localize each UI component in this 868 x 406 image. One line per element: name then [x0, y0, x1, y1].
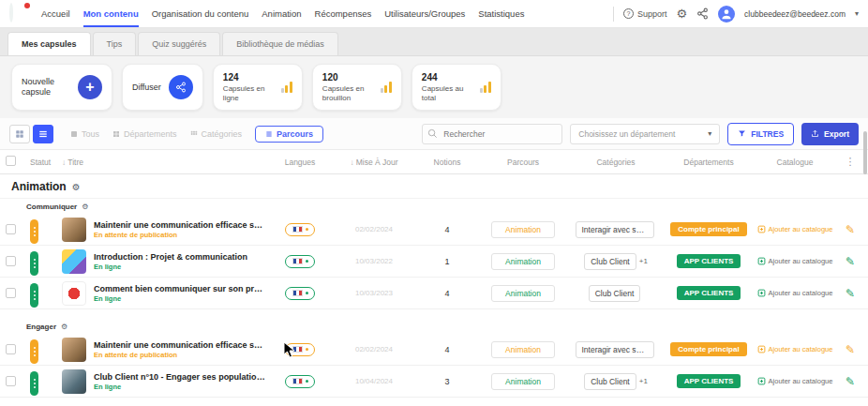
vertical-scrollbar[interactable]	[863, 131, 867, 174]
col-langues[interactable]: Langues	[266, 158, 334, 167]
filter-tab-parcours[interactable]: Parcours	[255, 126, 323, 143]
edit-pencil-icon[interactable]: ✎	[846, 287, 855, 300]
stat-card-draft[interactable]: 120 Capsules en brouillon	[312, 64, 402, 111]
col-catalogue[interactable]: Catalogue	[752, 158, 838, 167]
table-row[interactable]: Maintenir une communication efficace sur…	[0, 214, 868, 246]
table-row[interactable]: Maintenir une communication efficace sur…	[0, 334, 868, 366]
settings-gear-icon[interactable]: ⚙	[676, 8, 687, 20]
parcours-button[interactable]: Animation	[491, 285, 555, 302]
language-badge[interactable]	[285, 343, 315, 356]
table-row[interactable]: Introduction : Projet & communication En…	[0, 246, 868, 278]
capsule-title[interactable]: Introduction : Projet & communication	[94, 252, 247, 262]
row-checkbox[interactable]	[6, 224, 16, 234]
edit-pencil-icon[interactable]: ✎	[846, 255, 855, 268]
tab-mes-capsules[interactable]: Mes capsules	[7, 32, 91, 55]
tab-quiz-suggeres[interactable]: Quiz suggérés	[138, 32, 220, 55]
status-drag-handle[interactable]	[30, 251, 38, 276]
row-checkbox[interactable]	[6, 344, 16, 354]
department-badge[interactable]: APP CLIENTS	[677, 254, 741, 268]
language-badge[interactable]	[285, 375, 315, 388]
language-badge[interactable]	[285, 223, 315, 236]
department-select[interactable]: Choisissez un département ▾	[570, 124, 720, 144]
add-to-catalogue-link[interactable]: Ajouter au catalogue	[757, 257, 833, 265]
col-mise-a-jour[interactable]: ↓Mise À Jour	[334, 158, 414, 167]
row-checkbox[interactable]	[6, 288, 16, 298]
capsule-title[interactable]: Comment bien communiquer sur son projet …	[94, 284, 266, 293]
categories-select[interactable]: Interagir avec ses ap...	[576, 341, 654, 358]
export-button[interactable]: Export	[801, 123, 859, 145]
add-to-catalogue-link[interactable]: Ajouter au catalogue	[757, 289, 833, 297]
capsule-title[interactable]: Club Client n°10 - Engager ses populatio…	[94, 372, 266, 382]
department-badge[interactable]: Compte principal	[670, 222, 746, 236]
col-statut[interactable]: Statut	[30, 158, 62, 167]
categories-select[interactable]: Club Client	[584, 373, 636, 390]
nav-item-statistiques[interactable]: Statistiques	[478, 0, 524, 27]
nav-item-animation[interactable]: Animation	[262, 0, 301, 27]
account-caret-icon[interactable]: ▾	[855, 9, 859, 18]
categories-select[interactable]: Interagir avec ses ap...	[576, 221, 654, 238]
col-departements[interactable]: Départements	[666, 158, 752, 167]
filter-tab-departements[interactable]: Départements	[112, 129, 177, 139]
support-button[interactable]: ? Support	[623, 8, 667, 19]
status-drag-handle[interactable]	[30, 339, 38, 364]
nav-item-recompenses[interactable]: Récompenses	[315, 0, 372, 27]
filters-button[interactable]: FILTRES	[727, 123, 794, 145]
add-to-catalogue-link[interactable]: Ajouter au catalogue	[757, 377, 833, 385]
nav-item-accueil[interactable]: Accueil	[41, 0, 70, 27]
edit-pencil-icon[interactable]: ✎	[846, 343, 855, 356]
column-options-kebab[interactable]: ⋮	[838, 156, 862, 168]
capsule-title[interactable]: Maintenir une communication efficace sur…	[94, 340, 266, 350]
group-gear-icon[interactable]: ⚙	[82, 203, 88, 211]
language-badge[interactable]	[285, 255, 315, 268]
capsule-title[interactable]: Maintenir une communication efficace sur…	[94, 220, 266, 230]
categories-select[interactable]: Club Client	[584, 253, 636, 270]
grid-view-icon[interactable]	[9, 125, 30, 143]
parcours-button[interactable]: Animation	[491, 341, 555, 358]
search-input[interactable]	[422, 124, 562, 144]
department-badge[interactable]: Compte principal	[670, 342, 746, 356]
edit-pencil-icon[interactable]: ✎	[846, 223, 855, 236]
tab-bibliotheque-de-medias[interactable]: Bibliothèque de médias	[222, 32, 338, 55]
list-view-icon[interactable]	[33, 125, 53, 143]
language-badge[interactable]	[285, 287, 315, 300]
diffuse-card[interactable]: Diffuser	[122, 64, 203, 111]
section-gear-icon[interactable]: ⚙	[72, 182, 81, 192]
account-email[interactable]: clubbeedeez@beedeez.com	[744, 9, 846, 19]
add-to-catalogue-link[interactable]: Ajouter au catalogue	[757, 225, 833, 233]
stat-card-online[interactable]: 124 Capsules en ligne	[213, 64, 303, 111]
edit-pencil-icon[interactable]: ✎	[846, 375, 855, 388]
nav-item-mon-contenu[interactable]: Mon contenu	[83, 0, 139, 27]
filter-tab-categories[interactable]: Catégories	[190, 129, 243, 139]
col-notions[interactable]: Notions	[414, 158, 480, 167]
add-to-catalogue-link[interactable]: Ajouter au catalogue	[757, 345, 833, 353]
status-drag-handle[interactable]	[30, 283, 38, 308]
status-drag-handle[interactable]	[30, 371, 38, 396]
department-badge[interactable]: APP CLIENTS	[677, 286, 741, 300]
table-row[interactable]: Club Client n°10 - Engager ses populatio…	[0, 366, 868, 398]
parcours-button[interactable]: Animation	[491, 253, 555, 270]
tab-tips[interactable]: Tips	[93, 32, 137, 55]
department-badge[interactable]: APP CLIENTS	[677, 374, 741, 388]
table-row[interactable]: Comment bien communiquer sur son projet …	[0, 278, 868, 309]
share-icon[interactable]	[169, 75, 193, 99]
plus-icon[interactable]: +	[78, 75, 102, 99]
stat-card-total[interactable]: 244 Capsules au total	[412, 64, 501, 111]
col-parcours[interactable]: Parcours	[480, 158, 566, 167]
parcours-button[interactable]: Animation	[491, 373, 555, 390]
parcours-button[interactable]: Animation	[491, 221, 555, 238]
beedeez-logo[interactable]	[9, 5, 28, 23]
row-checkbox[interactable]	[6, 376, 16, 386]
nav-item-utilisateurs-groupes[interactable]: Utilisateurs/Groupes	[384, 0, 465, 27]
col-categories[interactable]: Catégories	[566, 158, 666, 167]
select-all-checkbox[interactable]	[6, 156, 16, 166]
row-checkbox[interactable]	[6, 256, 16, 266]
filter-tab-tous[interactable]: Tous	[70, 129, 99, 139]
group-gear-icon[interactable]: ⚙	[61, 323, 67, 331]
col-titre[interactable]: ↓Titre	[62, 158, 266, 167]
status-drag-handle[interactable]	[30, 219, 38, 244]
new-capsule-card[interactable]: Nouvelle capsule +	[11, 64, 112, 111]
avatar[interactable]	[718, 6, 735, 23]
categories-select[interactable]: Club Client	[589, 285, 641, 302]
org-share-icon[interactable]	[696, 8, 709, 20]
nav-item-organisation-du-contenu[interactable]: Organisation du contenu	[152, 0, 249, 27]
